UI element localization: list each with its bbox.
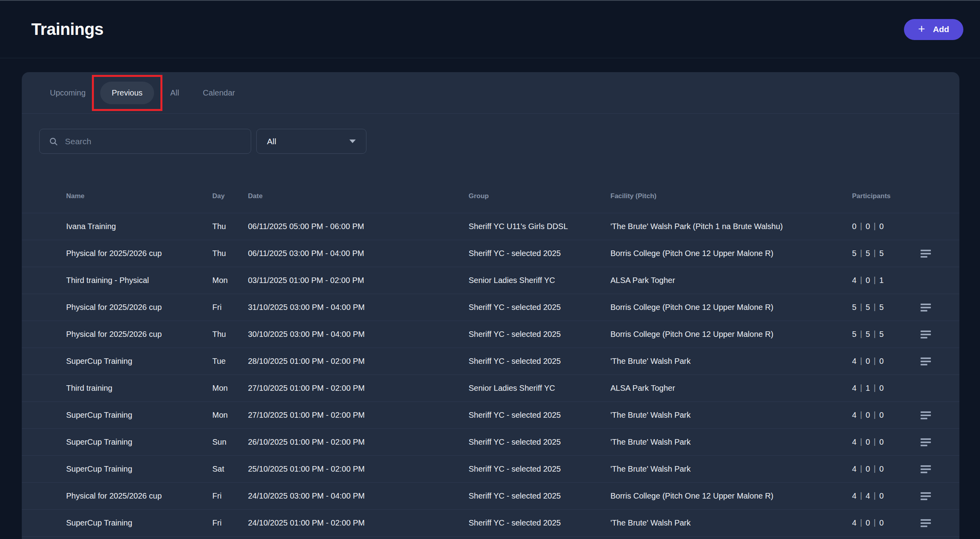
- table-row[interactable]: SuperCup TrainingMon27/10/2025 01:00 PM …: [22, 402, 959, 429]
- cell-group: Sheriff YC - selected 2025: [469, 249, 610, 258]
- cell-facility: 'The Brute' Walsh Park (Pitch 1 na Brute…: [610, 222, 852, 231]
- column-header-participants: Participants: [852, 192, 921, 200]
- cell-day: Mon: [212, 276, 248, 285]
- cell-group: Sheriff YC - selected 2025: [469, 303, 610, 312]
- notes-icon[interactable]: [921, 465, 931, 473]
- notes-icon[interactable]: [921, 492, 931, 500]
- cell-facility: 'The Brute' Walsh Park: [610, 411, 852, 420]
- table-row[interactable]: SuperCup TrainingFri24/10/2025 01:00 PM …: [22, 510, 959, 537]
- page-header: Trainings + Add: [0, 1, 980, 58]
- trainings-card: Upcoming Previous All Calendar All Name …: [22, 72, 959, 539]
- participants-count: 5: [852, 249, 856, 258]
- plus-icon: +: [918, 23, 925, 35]
- notes-icon[interactable]: [921, 519, 931, 527]
- tab-all[interactable]: All: [170, 88, 179, 97]
- cell-participants: 5|5|5: [852, 249, 921, 258]
- add-button-label: Add: [933, 25, 949, 34]
- cell-group: Sheriff YC - selected 2025: [469, 464, 610, 474]
- cell-date: 06/11/2025 05:00 PM - 06:00 PM: [248, 222, 469, 231]
- cell-day: Fri: [212, 491, 248, 501]
- cell-facility: ALSA Park Togher: [610, 384, 852, 393]
- column-header-facility: Facility (Pitch): [610, 192, 852, 200]
- notes-icon[interactable]: [921, 304, 931, 312]
- notes-icon[interactable]: [921, 438, 931, 446]
- filters-row: All: [22, 114, 959, 154]
- tab-previous[interactable]: Previous: [100, 82, 154, 104]
- tab-upcoming[interactable]: Upcoming: [50, 88, 86, 97]
- table-row[interactable]: SuperCup TrainingSat25/10/2025 01:00 PM …: [22, 456, 959, 483]
- participants-count: 0: [879, 357, 884, 366]
- annotation-highlight-box: Previous: [92, 75, 162, 111]
- cell-date: 25/10/2025 01:00 PM - 02:00 PM: [248, 464, 469, 474]
- table-row[interactable]: Physical for 2025/2026 cupThu30/10/2025 …: [22, 321, 959, 348]
- search-input[interactable]: [65, 137, 243, 146]
- cell-group: Sheriff YC U11's Girls DDSL: [469, 222, 610, 231]
- participants-count: 0: [879, 222, 884, 231]
- cell-group: Senior Ladies Sheriff YC: [469, 276, 610, 285]
- notes-icon[interactable]: [921, 250, 931, 258]
- participants-count: 0: [866, 276, 870, 285]
- cell-name: Physical for 2025/2026 cup: [66, 491, 212, 501]
- participants-separator: |: [860, 276, 862, 285]
- add-button[interactable]: + Add: [904, 19, 963, 40]
- table-row[interactable]: Third training - PhysicalMon03/11/2025 0…: [22, 267, 959, 294]
- participants-separator: |: [860, 384, 862, 392]
- participants-count: 0: [879, 518, 884, 528]
- cell-participants: 4|1|0: [852, 384, 921, 393]
- cell-participants: 4|0|0: [852, 518, 921, 528]
- cell-group: Sheriff YC - selected 2025: [469, 438, 610, 447]
- table-row[interactable]: Physical for 2025/2026 cupThu06/11/2025 …: [22, 240, 959, 267]
- cell-name: Ivana Training: [66, 222, 212, 231]
- participants-separator: |: [873, 222, 875, 231]
- group-filter-select[interactable]: All: [256, 129, 366, 154]
- cell-day: Sun: [212, 438, 248, 447]
- participants-count: 4: [852, 411, 856, 420]
- cell-participants: 5|5|5: [852, 303, 921, 312]
- participants-separator: |: [873, 276, 875, 285]
- cell-facility: 'The Brute' Walsh Park: [610, 357, 852, 366]
- cell-actions: [921, 357, 944, 365]
- table-row[interactable]: SuperCup TrainingSun26/10/2025 01:00 PM …: [22, 429, 959, 456]
- cell-day: Mon: [212, 411, 248, 420]
- participants-count: 1: [879, 276, 884, 285]
- search-icon: [49, 137, 58, 146]
- table-row[interactable]: Physical for 2025/2026 cupFri24/10/2025 …: [22, 483, 959, 510]
- participants-count: 4: [852, 464, 856, 474]
- table-row[interactable]: SuperCup TrainingTue28/10/2025 01:00 PM …: [22, 348, 959, 375]
- tab-calendar[interactable]: Calendar: [203, 88, 235, 97]
- cell-actions: [921, 492, 944, 500]
- cell-name: SuperCup Training: [66, 438, 212, 447]
- cell-day: Tue: [212, 357, 248, 366]
- participants-count: 0: [852, 222, 856, 231]
- cell-date: 30/10/2025 03:00 PM - 04:00 PM: [248, 330, 469, 339]
- table-row[interactable]: Third trainingMon27/10/2025 01:00 PM - 0…: [22, 375, 959, 402]
- participants-count: 0: [866, 464, 870, 474]
- notes-icon[interactable]: [921, 331, 931, 338]
- cell-name: SuperCup Training: [66, 464, 212, 474]
- participants-count: 4: [852, 491, 856, 501]
- cell-facility: 'The Brute' Walsh Park: [610, 438, 852, 447]
- column-header-day: Day: [212, 192, 248, 200]
- cell-day: Thu: [212, 249, 248, 258]
- cell-facility: ALSA Park Togher: [610, 276, 852, 285]
- cell-actions: [921, 331, 944, 338]
- participants-count: 5: [852, 330, 856, 339]
- table-body: Ivana TrainingThu06/11/2025 05:00 PM - 0…: [22, 213, 959, 537]
- cell-actions: [921, 438, 944, 446]
- notes-icon[interactable]: [921, 411, 931, 419]
- cell-participants: 4|0|0: [852, 357, 921, 366]
- notes-icon[interactable]: [921, 357, 931, 365]
- cell-date: 31/10/2025 03:00 PM - 04:00 PM: [248, 303, 469, 312]
- participants-separator: |: [873, 491, 875, 500]
- participants-count: 1: [866, 384, 870, 393]
- column-header-name: Name: [66, 192, 212, 200]
- participants-count: 4: [852, 518, 856, 528]
- participants-separator: |: [860, 518, 862, 527]
- cell-day: Fri: [212, 518, 248, 528]
- search-box[interactable]: [39, 129, 251, 154]
- participants-separator: |: [860, 464, 862, 473]
- participants-count: 5: [852, 303, 856, 312]
- table-row[interactable]: Ivana TrainingThu06/11/2025 05:00 PM - 0…: [22, 213, 959, 240]
- participants-count: 5: [879, 303, 884, 312]
- table-row[interactable]: Physical for 2025/2026 cupFri31/10/2025 …: [22, 294, 959, 321]
